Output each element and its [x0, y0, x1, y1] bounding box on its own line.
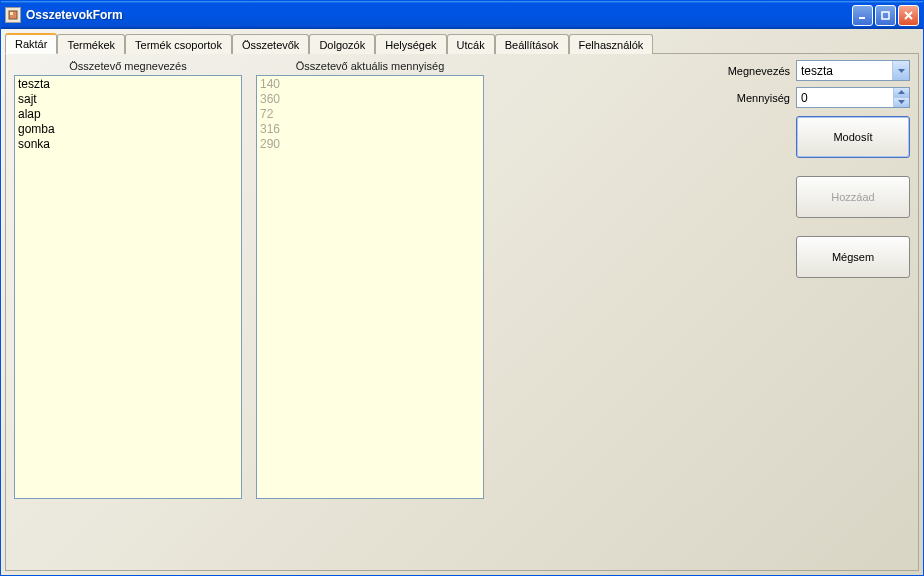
name-column-header: Összetevő megnevezés	[14, 60, 242, 72]
tab-term-k-csoportok[interactable]: Termék csoportok	[125, 34, 232, 54]
tab--sszetev-k[interactable]: Összetevők	[232, 34, 309, 54]
svg-rect-2	[859, 17, 865, 19]
list-item[interactable]: alap	[17, 107, 239, 122]
tab-helys-gek[interactable]: Helységek	[375, 34, 446, 54]
svg-rect-3	[882, 12, 889, 19]
list-item[interactable]: 140	[259, 77, 481, 92]
window: OsszetevokForm RaktárTermékekTermék csop…	[0, 0, 924, 576]
edit-panel: Megnevezés teszta Mennyiség 0	[498, 60, 910, 562]
app-icon	[5, 7, 21, 23]
qty-row: Mennyiség 0	[628, 87, 910, 108]
ingredient-name-list[interactable]: tesztasajtalapgombasonka	[14, 75, 242, 499]
titlebar: OsszetevokForm	[1, 1, 923, 29]
chevron-down-icon[interactable]	[892, 61, 909, 80]
qty-column-header: Összetevő aktuális mennyiség	[256, 60, 484, 72]
add-button[interactable]: Hozzáad	[796, 176, 910, 218]
tab-panel-raktar: Összetevő megnevezés tesztasajtalapgomba…	[5, 53, 919, 571]
modify-button[interactable]: Modosít	[796, 116, 910, 158]
name-combobox[interactable]: teszta	[796, 60, 910, 81]
tabstrip: RaktárTermékekTermék csoportokÖsszetevők…	[5, 33, 919, 53]
svg-rect-1	[10, 12, 13, 15]
name-combobox-value: teszta	[797, 64, 892, 78]
list-item[interactable]: sajt	[17, 92, 239, 107]
qty-numeric-value: 0	[797, 91, 893, 105]
window-title: OsszetevokForm	[26, 8, 852, 22]
tab-term-kek[interactable]: Termékek	[57, 34, 125, 54]
name-column: Összetevő megnevezés tesztasajtalapgomba…	[14, 60, 242, 562]
list-item[interactable]: teszta	[17, 77, 239, 92]
spin-down-icon[interactable]	[893, 98, 909, 108]
spin-up-icon[interactable]	[893, 88, 909, 98]
tab-dolgoz-k[interactable]: Dolgozók	[309, 34, 375, 54]
name-label: Megnevezés	[728, 65, 790, 77]
client-area: RaktárTermékekTermék csoportokÖsszetevők…	[1, 29, 923, 575]
tab-rakt-r[interactable]: Raktár	[5, 33, 57, 54]
list-item[interactable]: 72	[259, 107, 481, 122]
list-item[interactable]: 316	[259, 122, 481, 137]
list-item[interactable]: 290	[259, 137, 481, 152]
list-item[interactable]: 360	[259, 92, 481, 107]
list-item[interactable]: gomba	[17, 122, 239, 137]
qty-column: Összetevő aktuális mennyiség 14036072316…	[256, 60, 484, 562]
cancel-button[interactable]: Mégsem	[796, 236, 910, 278]
qty-numeric[interactable]: 0	[796, 87, 910, 108]
button-stack: Modosít Hozzáad Mégsem	[628, 116, 910, 278]
close-button[interactable]	[898, 5, 919, 26]
tab-felhaszn-l-k[interactable]: Felhasználók	[569, 34, 654, 54]
qty-spinner	[893, 88, 909, 107]
list-item[interactable]: sonka	[17, 137, 239, 152]
tab-be-ll-t-sok[interactable]: Beállítások	[495, 34, 569, 54]
maximize-button[interactable]	[875, 5, 896, 26]
tab-utc-k[interactable]: Utcák	[447, 34, 495, 54]
window-controls	[852, 5, 919, 26]
name-row: Megnevezés teszta	[628, 60, 910, 81]
qty-label: Mennyiség	[737, 92, 790, 104]
ingredient-qty-list[interactable]: 14036072316290	[256, 75, 484, 499]
minimize-button[interactable]	[852, 5, 873, 26]
